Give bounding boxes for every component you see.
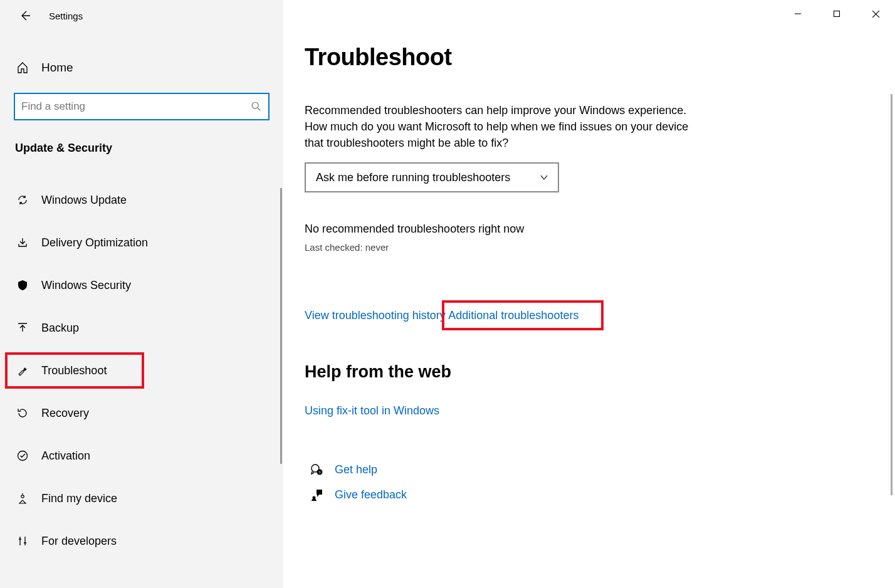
back-arrow-icon [19, 9, 31, 22]
feedback-icon [305, 488, 330, 501]
link-fixit[interactable]: Using fix-it tool in Windows [305, 404, 439, 417]
svg-point-2 [21, 495, 24, 498]
sidebar-item-label: For developers [41, 535, 117, 548]
sidebar-item-label: Recovery [41, 407, 89, 420]
footer-links: ? Get help Give feedback [305, 463, 870, 501]
location-icon [15, 492, 30, 505]
sidebar-scrollbar[interactable] [280, 188, 282, 464]
search-icon [251, 101, 262, 112]
sidebar-section-title: Update & Security [15, 142, 283, 155]
back-button[interactable] [13, 3, 38, 28]
shield-icon [15, 279, 30, 291]
sidebar-item-label: Delivery Optimization [41, 236, 148, 249]
sidebar-item-label: Find my device [41, 492, 117, 505]
sidebar-item-backup[interactable]: Backup [0, 307, 283, 349]
sidebar-item-label: Windows Security [41, 279, 131, 292]
refresh-icon [15, 194, 30, 206]
troubleshooter-mode-dropdown[interactable]: Ask me before running troubleshooters [305, 162, 559, 192]
main-panel: Troubleshoot Recommended troubleshooters… [283, 0, 895, 588]
sidebar-item-windows-security[interactable]: Windows Security [0, 264, 283, 307]
sidebar-item-for-developers[interactable]: For developers [0, 520, 283, 562]
sidebar-item-label: Activation [41, 449, 90, 463]
search-input[interactable] [21, 100, 251, 113]
dropdown-value: Ask me before running troubleshooters [316, 171, 510, 184]
svg-rect-7 [317, 490, 322, 495]
backup-icon [15, 322, 30, 334]
sidebar-item-find-my-device[interactable]: Find my device [0, 477, 283, 520]
help-chat-icon: ? [305, 463, 330, 476]
sidebar-item-windows-update[interactable]: Windows Update [0, 179, 283, 221]
maximize-button[interactable] [817, 0, 856, 28]
nav-list: Windows Update Delivery Optimization Win… [0, 179, 283, 562]
sidebar-item-delivery-optimization[interactable]: Delivery Optimization [0, 221, 283, 264]
download-icon [15, 236, 30, 249]
help-heading: Help from the web [305, 362, 870, 382]
link-get-help[interactable]: Get help [335, 463, 377, 476]
page-title: Troubleshoot [305, 44, 870, 71]
recovery-icon [15, 407, 30, 419]
app-title: Settings [49, 11, 83, 21]
sidebar-item-troubleshoot[interactable]: Troubleshoot [0, 349, 283, 392]
sidebar-item-label: Troubleshoot [41, 364, 107, 377]
minimize-button[interactable] [778, 0, 817, 28]
sidebar: Settings Home Update & Security Windows … [0, 0, 283, 588]
chevron-down-icon [539, 172, 549, 182]
home-icon [15, 61, 30, 74]
search-box[interactable] [14, 93, 270, 120]
sidebar-item-recovery[interactable]: Recovery [0, 392, 283, 434]
window-controls [778, 0, 895, 28]
sidebar-item-home[interactable]: Home [0, 49, 283, 87]
home-label: Home [41, 61, 73, 75]
sliders-icon [15, 535, 30, 547]
header-row: Settings [0, 0, 283, 31]
link-give-feedback[interactable]: Give feedback [335, 488, 407, 501]
close-button[interactable] [856, 0, 895, 28]
svg-rect-3 [834, 11, 840, 17]
footer-row-gethelp: ? Get help [305, 463, 870, 476]
link-history[interactable]: View troubleshooting history [305, 309, 446, 322]
status-sub-text: Last checked: never [305, 242, 870, 253]
footer-row-feedback: Give feedback [305, 488, 870, 501]
search-wrap [14, 93, 270, 120]
main-scrollbar[interactable] [891, 94, 892, 495]
sidebar-item-activation[interactable]: Activation [0, 434, 283, 477]
link-additional-troubleshooters[interactable]: Additional troubleshooters [448, 309, 578, 322]
status-text: No recommended troubleshooters right now [305, 223, 870, 236]
page-description: Recommended troubleshooters can help imp… [305, 102, 693, 151]
svg-point-0 [252, 102, 258, 108]
svg-point-1 [18, 451, 28, 461]
sidebar-item-label: Backup [41, 322, 79, 335]
sidebar-item-label: Windows Update [41, 194, 127, 207]
check-circle-icon [15, 449, 30, 462]
wrench-icon [15, 364, 30, 377]
